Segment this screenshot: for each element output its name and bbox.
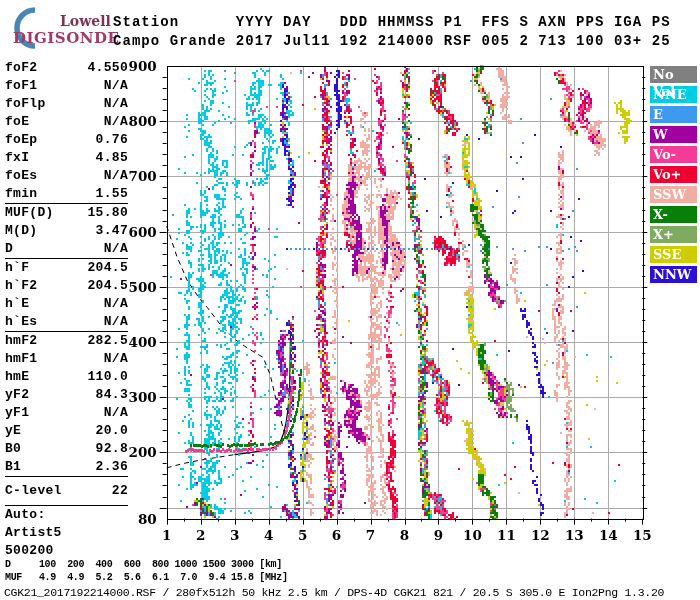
x-axis-tick-label: 3: [224, 527, 246, 543]
legend-item: W: [650, 126, 697, 143]
param-label: h`E: [5, 295, 29, 313]
legend-item: E: [650, 106, 697, 123]
param-label: h`F: [5, 259, 29, 277]
param-row: foEp0.76: [5, 131, 128, 149]
param-label: B0: [5, 440, 21, 458]
param-label: yF2: [5, 386, 29, 404]
param-row: hmF2282.5: [5, 332, 128, 350]
param-group: C-level22: [5, 476, 128, 505]
param-label: hmE: [5, 368, 29, 386]
param-value: N/A: [104, 295, 128, 313]
param-label: h`Es: [5, 313, 37, 331]
param-value: N/A: [104, 95, 128, 113]
param-value: 15.80: [87, 204, 128, 222]
legend-item: No Val: [650, 66, 697, 83]
param-value: 204.5: [87, 277, 128, 295]
param-group: foF24.550foF1N/AfoFlpN/AfoEN/AfoEp0.76fx…: [5, 59, 128, 203]
param-row: Artist5: [5, 524, 128, 542]
y-axis-tick-label: 500: [125, 279, 157, 295]
param-row: fmin1.55: [5, 185, 128, 203]
param-row: hmF1N/A: [5, 350, 128, 368]
param-label: foEp: [5, 131, 37, 149]
logo-brand-bottom: DIGISONDE: [13, 29, 119, 47]
y-axis-tick-label: 700: [125, 168, 157, 184]
param-group: h`F204.5h`F2204.5h`EN/Ah`EsN/A: [5, 258, 128, 331]
x-axis-tick-label: 13: [563, 527, 585, 543]
x-axis-tick-label: 12: [529, 527, 551, 543]
param-label: yF1: [5, 404, 29, 422]
param-label: M(D): [5, 222, 37, 240]
station-header-values: Campo Grande 2017 Jul11 192 214000 RSF 0…: [113, 33, 671, 49]
y-axis-tick-label: 80: [125, 511, 157, 527]
param-label: fmin: [5, 185, 37, 203]
param-row: 500200: [5, 542, 128, 560]
muf-row: MUF 4.9 4.9 5.2 5.6 6.1 7.0 9.4 15.8 [MH…: [5, 572, 288, 583]
param-value: 92.8: [96, 440, 128, 458]
param-group: MUF(D)15.80M(D)3.47DN/A: [5, 203, 128, 258]
x-axis-tick-label: 2: [190, 527, 212, 543]
param-value: N/A: [104, 404, 128, 422]
param-label: 500200: [5, 542, 54, 560]
ionogram-screen: Lowell DIGISONDE Station YYYY DAY DDD HH…: [0, 0, 700, 600]
station-header-labels: Station YYYY DAY DDD HHMMSS P1 FFS S AXN…: [113, 14, 671, 30]
legend-item: NNE: [650, 86, 697, 103]
legend-item: SSE: [650, 246, 697, 263]
param-label: D: [5, 240, 13, 258]
x-axis-tick-label: 6: [326, 527, 348, 543]
param-label: foF1: [5, 77, 37, 95]
param-row: foEsN/A: [5, 167, 128, 185]
param-value: 0.76: [96, 131, 128, 149]
param-group: Auto:Artist5500200: [5, 505, 128, 560]
param-value: 1.55: [96, 185, 128, 203]
x-axis-tick-label: 15: [631, 527, 653, 543]
param-row: yE20.0: [5, 422, 128, 440]
param-label: C-level: [5, 482, 62, 500]
param-value: 84.3: [96, 386, 128, 404]
param-label: foE: [5, 113, 29, 131]
legend-item: X+: [650, 226, 697, 243]
legend-item: Vo+: [650, 166, 697, 183]
param-row: foFlpN/A: [5, 95, 128, 113]
param-value: 282.5: [87, 332, 128, 350]
legend-item: X-: [650, 206, 697, 223]
param-value: N/A: [104, 313, 128, 331]
param-row: fxI4.85: [5, 149, 128, 167]
param-row: foEN/A: [5, 113, 128, 131]
param-row: foF1N/A: [5, 77, 128, 95]
y-axis-tick-label: 900: [125, 58, 157, 74]
param-value: 4.550: [87, 59, 128, 77]
x-axis-tick-label: 1: [156, 527, 178, 543]
param-row: Auto:: [5, 506, 128, 524]
param-row: DN/A: [5, 240, 128, 258]
param-label: foFlp: [5, 95, 46, 113]
direction-color-legend: No ValNNEEWVo-Vo+SSWX-X+SSENNW: [650, 66, 697, 286]
param-row: B092.8: [5, 440, 128, 458]
x-axis-tick-label: 14: [597, 527, 619, 543]
y-axis-tick-label: 800: [125, 113, 157, 129]
y-axis-tick-label: 200: [125, 444, 157, 460]
param-value: 4.85: [96, 149, 128, 167]
param-label: MUF(D): [5, 204, 54, 222]
param-row: hmE110.0: [5, 368, 128, 386]
logo-brand-top: Lowell: [60, 13, 111, 29]
param-label: foEs: [5, 167, 37, 185]
legend-item: SSW: [650, 186, 697, 203]
x-axis-tick-label: 10: [461, 527, 483, 543]
scaled-parameters-panel: foF24.550foF1N/AfoFlpN/AfoEN/AfoEp0.76fx…: [5, 59, 128, 560]
param-label: Auto:: [5, 506, 46, 524]
param-row: M(D)3.47: [5, 222, 128, 240]
param-value: 2.36: [96, 458, 128, 476]
param-row: MUF(D)15.80: [5, 204, 128, 222]
param-label: Artist5: [5, 524, 62, 542]
param-value: 3.47: [96, 222, 128, 240]
param-label: hmF1: [5, 350, 37, 368]
param-value: N/A: [104, 350, 128, 368]
file-info-footer: CGK21_2017192214000.RSF / 280fx512h 50 k…: [4, 586, 664, 599]
param-label: h`F2: [5, 277, 37, 295]
legend-item: NNW: [650, 266, 697, 283]
param-label: yE: [5, 422, 21, 440]
param-row: B12.36: [5, 458, 128, 476]
param-label: B1: [5, 458, 21, 476]
param-value: N/A: [104, 77, 128, 95]
y-axis-tick-label: 600: [125, 224, 157, 240]
